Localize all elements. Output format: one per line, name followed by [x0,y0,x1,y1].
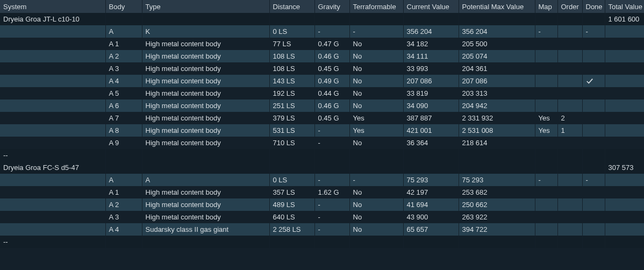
cell-order: 1 [557,124,582,137]
cell-done [582,62,605,75]
cell-empty [314,236,349,248]
cell-empty [459,149,535,161]
body-row[interactable]: A 2High metal content body108 LS0.46 GNo… [0,50,644,62]
col-header-order[interactable]: Order [557,0,582,13]
col-header-system[interactable]: System [0,0,105,13]
cell-map [535,38,557,50]
cell-potential-max-value: 253 682 [459,186,535,198]
cell-terraformable: - [349,174,403,186]
col-header-body[interactable]: Body [105,0,142,13]
cell-order [557,62,582,75]
cell-potential-max-value: 2 331 932 [459,112,535,124]
cell-type: High metal content body [142,112,269,124]
body-row[interactable]: A 2High metal content body489 LS-No41 69… [0,198,644,211]
body-row[interactable]: A 6High metal content body251 LS0.46 GNo… [0,100,644,112]
col-header-potential-max-value[interactable]: Potential Max Value [459,0,535,13]
cell-system [0,38,105,50]
cell-type: High metal content body [142,137,269,149]
col-header-type[interactable]: Type [142,0,269,13]
cell-body: A [105,174,142,186]
cell-system [0,223,105,236]
cell-empty [105,149,142,161]
col-header-gravity[interactable]: Gravity [314,0,349,13]
cell-body: A 1 [105,186,142,198]
body-row[interactable]: A 1High metal content body77 LS0.47 GNo3… [0,38,644,50]
cell-body [105,13,142,25]
col-header-terraformable[interactable]: Terraformable [349,0,403,13]
cell-separator: -- [0,236,105,248]
body-row[interactable]: A 4High metal content body143 LS0.49 GNo… [0,75,644,87]
cell-total-value: 1 601 600 [605,13,644,25]
cell-system [0,62,105,75]
body-row[interactable]: AA0 LS--75 29375 293-- [0,174,644,186]
cell-map [535,186,557,198]
cell-terraformable: - [349,25,403,38]
body-row[interactable]: A 7High metal content body379 LS0.45 GYe… [0,112,644,124]
col-header-done[interactable]: Done [582,0,605,13]
cell-order [557,25,582,38]
cell-terraformable: No [349,87,403,100]
cell-terraformable: Yes [349,124,403,137]
cell-current-value: 34 182 [403,38,459,50]
cell-body: A 1 [105,38,142,50]
cell-gravity: - [314,198,349,211]
cell-current-value: 207 086 [403,75,459,87]
cell-potential-max-value: 205 500 [459,38,535,50]
cell-body: A 4 [105,75,142,87]
body-row[interactable]: A 8High metal content body531 LS-Yes421 … [0,124,644,137]
body-row[interactable]: A 3High metal content body108 LS0.45 GNo… [0,62,644,75]
cell-distance: 710 LS [269,137,314,149]
cell-type: High metal content body [142,186,269,198]
cell-empty [142,149,269,161]
system-row[interactable]: Dryeia Groa JT-L c10-101 601 600 [0,13,644,25]
cell-map [535,100,557,112]
cell-system [0,211,105,223]
cell-map [535,87,557,100]
col-header-map[interactable]: Map [535,0,557,13]
cell-empty [269,149,314,161]
cell-system [0,186,105,198]
cell-terraformable: No [349,137,403,149]
body-row[interactable]: A 9High metal content body710 LS-No36 36… [0,137,644,149]
cell-map [535,161,557,174]
cell-empty [557,236,582,248]
body-row[interactable]: A 4Sudarsky class II gas giant2 258 LS-N… [0,223,644,236]
cell-done [582,75,605,87]
col-header-current-value[interactable]: Current Value [403,0,459,13]
cell-body: A 3 [105,62,142,75]
header-row: System Body Type Distance Gravity Terraf… [0,0,644,13]
cell-type: High metal content body [142,75,269,87]
cell-done [582,87,605,100]
cell-gravity [314,161,349,174]
cell-body: A 5 [105,87,142,100]
cell-terraformable [349,161,403,174]
cell-potential-max-value: 75 293 [459,174,535,186]
cell-system [0,100,105,112]
body-row[interactable]: A 5High metal content body192 LS0.44 GNo… [0,87,644,100]
col-header-total-value[interactable]: Total Value [605,0,644,13]
cell-body: A 2 [105,198,142,211]
body-row[interactable]: A 3High metal content body640 LS-No43 90… [0,211,644,223]
cell-current-value: 421 001 [403,124,459,137]
cell-terraformable: No [349,75,403,87]
cell-gravity: 0.45 G [314,62,349,75]
col-header-distance[interactable]: Distance [269,0,314,13]
cell-type [142,13,269,25]
cell-map [535,137,557,149]
cell-system [0,198,105,211]
cell-current-value: 387 887 [403,112,459,124]
cell-terraformable: No [349,38,403,50]
cell-potential-max-value: 205 074 [459,50,535,62]
cell-total-value [605,198,644,211]
cell-gravity: - [314,137,349,149]
cell-map: Yes [535,112,557,124]
cell-order [557,223,582,236]
cell-potential-max-value: 207 086 [459,75,535,87]
cell-order [557,50,582,62]
system-row[interactable]: Dryeia Groa FC-S d5-47307 573 [0,161,644,174]
body-row[interactable]: A 1High metal content body357 LS1.62 GNo… [0,186,644,198]
body-row[interactable]: AK0 LS--356 204356 204-- [0,25,644,38]
cell-total-value [605,112,644,124]
cell-distance: 531 LS [269,124,314,137]
cell-system [0,137,105,149]
